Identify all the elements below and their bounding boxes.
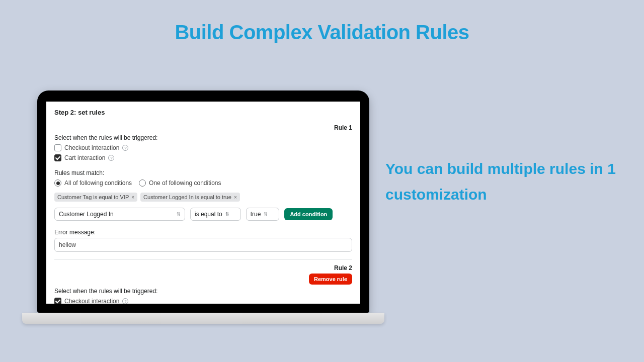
- condition-operator-value: is equal to: [195, 211, 222, 218]
- condition-value-select[interactable]: true ⇅: [246, 208, 280, 221]
- rule-2-trigger-label: Select when the rules will be triggered:: [54, 288, 352, 295]
- error-message-input[interactable]: [54, 238, 352, 252]
- help-icon[interactable]: ?: [122, 298, 128, 304]
- chip-text: Customer Tag is equal to VIP: [57, 194, 129, 200]
- match-all-label: All of following conditions: [64, 179, 132, 187]
- help-icon[interactable]: ?: [122, 145, 128, 151]
- condition-field-select[interactable]: Customer Logged In ⇅: [54, 208, 185, 221]
- rule-1-cart-row[interactable]: Cart interaction ?: [54, 154, 352, 161]
- rule-1-checkout-row[interactable]: Checkout interaction ?: [54, 144, 352, 151]
- match-all-option[interactable]: All of following conditions: [54, 179, 132, 187]
- add-condition-button[interactable]: Add condition: [284, 208, 333, 220]
- match-radio-group: All of following conditions One of follo…: [54, 179, 352, 187]
- condition-chip[interactable]: Customer Tag is equal to VIP ×: [54, 193, 137, 202]
- close-icon[interactable]: ×: [234, 195, 237, 200]
- checkbox-checked-icon[interactable]: [54, 154, 61, 161]
- rule-1-checkout-label: Checkout interaction: [64, 144, 119, 151]
- rule-divider: [54, 259, 352, 259]
- laptop-base: [22, 313, 384, 324]
- help-icon[interactable]: ?: [108, 155, 114, 161]
- radio-checked-icon[interactable]: [54, 179, 61, 187]
- condition-chip[interactable]: Customer Logged In is equal to true ×: [140, 193, 240, 202]
- chevron-updown-icon: ⇅: [225, 212, 229, 217]
- close-icon[interactable]: ×: [131, 195, 134, 200]
- match-label: Rules must match:: [54, 169, 352, 176]
- laptop-mockup: Step 2: set rules Rule 1 Select when the…: [37, 90, 369, 324]
- rule-1-trigger-label: Select when the rules will be triggered:: [54, 134, 352, 141]
- chevron-updown-icon: ⇅: [177, 212, 181, 217]
- remove-rule-button[interactable]: Remove rule: [309, 274, 352, 285]
- hero-title: Build Complex Validation Rules: [0, 21, 644, 44]
- condition-value-text: true: [251, 211, 261, 218]
- radio-icon[interactable]: [139, 179, 146, 187]
- rule-2-badge: Rule 2: [334, 264, 352, 272]
- condition-field-value: Customer Logged In: [59, 211, 114, 218]
- hero-side-copy: You can build multiple rules in 1 custom…: [385, 156, 622, 207]
- rule-1-header: Rule 1: [54, 124, 352, 131]
- rule-2-checkout-row[interactable]: Checkout interaction ?: [54, 298, 352, 304]
- condition-chips: Customer Tag is equal to VIP × Customer …: [54, 193, 352, 202]
- rule-1-badge: Rule 1: [334, 124, 352, 131]
- condition-builder-row: Customer Logged In ⇅ is equal to ⇅ true …: [54, 208, 352, 221]
- checkbox-checked-icon[interactable]: [54, 298, 61, 304]
- rule-2-checkout-label: Checkout interaction: [64, 298, 119, 304]
- error-message-label: Error message:: [54, 229, 352, 236]
- checkbox-icon[interactable]: [54, 144, 61, 151]
- rule-1-cart-label: Cart interaction: [64, 154, 105, 161]
- step-title: Step 2: set rules: [54, 109, 352, 116]
- match-one-option[interactable]: One of following conditions: [139, 179, 221, 187]
- match-one-label: One of following conditions: [149, 179, 221, 187]
- chevron-updown-icon: ⇅: [264, 212, 268, 217]
- laptop-bezel: Step 2: set rules Rule 1 Select when the…: [37, 90, 369, 313]
- condition-operator-select[interactable]: is equal to ⇅: [190, 208, 241, 221]
- chip-text: Customer Logged In is equal to true: [143, 194, 231, 200]
- app-screen: Step 2: set rules Rule 1 Select when the…: [46, 102, 360, 304]
